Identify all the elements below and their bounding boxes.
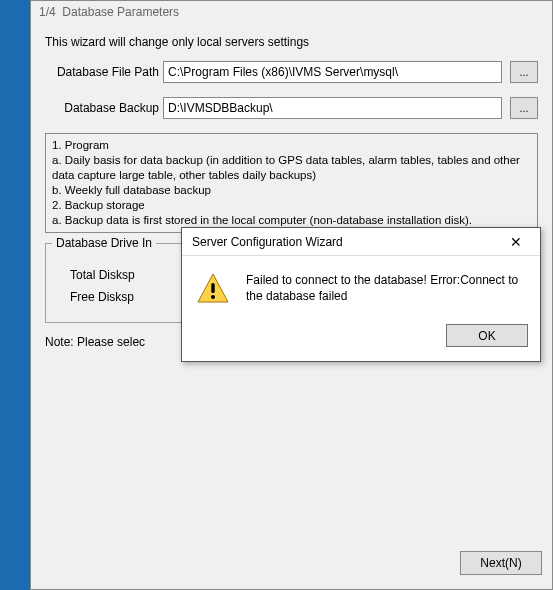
dialog-title: Server Configuration Wizard: [192, 235, 498, 249]
next-button[interactable]: Next(N): [460, 551, 542, 575]
info-line: a. Daily basis for data backup (in addit…: [52, 153, 531, 183]
error-dialog: Server Configuration Wizard ✕ Failed to …: [181, 227, 541, 362]
dialog-footer: OK: [182, 318, 540, 361]
db-backup-browse-button[interactable]: ...: [510, 97, 538, 119]
db-backup-input[interactable]: [163, 97, 502, 119]
dialog-body: Failed to connect to the database! Error…: [182, 256, 540, 318]
svg-point-2: [211, 295, 215, 299]
close-icon: ✕: [510, 234, 522, 250]
ok-button[interactable]: OK: [446, 324, 528, 347]
db-backup-row: Database Backup ...: [45, 97, 538, 119]
info-line: b. Weekly full database backup: [52, 183, 531, 198]
drive-info-legend: Database Drive In: [52, 236, 156, 250]
dialog-titlebar: Server Configuration Wizard ✕: [182, 228, 540, 256]
db-backup-label: Database Backup: [45, 101, 163, 115]
info-line: 2. Backup storage: [52, 198, 531, 213]
dialog-message: Failed to connect to the database! Error…: [236, 272, 526, 306]
db-path-browse-button[interactable]: ...: [510, 61, 538, 83]
dialog-close-button[interactable]: ✕: [498, 231, 534, 253]
warning-icon: [196, 272, 236, 306]
db-path-input[interactable]: [163, 61, 502, 83]
info-line: a. Backup data is first stored in the lo…: [52, 213, 531, 228]
window-step-title: 1/4 Database Parameters: [31, 1, 552, 23]
svg-rect-1: [211, 283, 214, 293]
db-path-label: Database File Path: [45, 65, 163, 79]
intro-text: This wizard will change only local serve…: [45, 35, 538, 49]
step-number: 1/4: [39, 5, 56, 19]
db-path-row: Database File Path ...: [45, 61, 538, 83]
info-box: 1. Program a. Daily basis for data backu…: [45, 133, 538, 233]
step-title: Database Parameters: [62, 5, 179, 19]
info-line: 1. Program: [52, 138, 531, 153]
